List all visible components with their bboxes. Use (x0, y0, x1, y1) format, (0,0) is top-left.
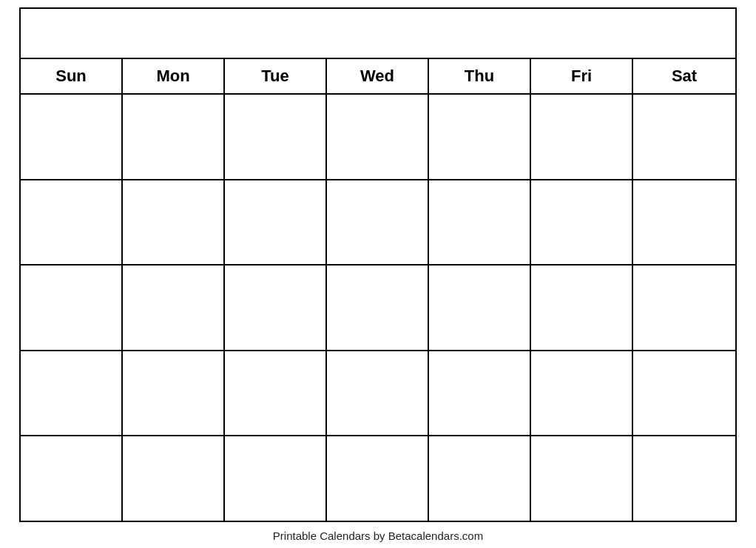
cell-2-4 (327, 180, 429, 265)
cell-3-2 (123, 265, 225, 350)
cell-5-1 (21, 436, 123, 521)
calendar-body (21, 95, 735, 521)
cell-1-5 (429, 95, 531, 179)
cell-4-5 (429, 351, 531, 436)
header-mon: Mon (123, 59, 225, 93)
calendar-container: Sun Mon Tue Wed Thu Fri Sat (19, 7, 737, 522)
header-wed: Wed (327, 59, 429, 93)
cell-1-3 (225, 95, 327, 179)
cell-3-6 (531, 265, 633, 350)
cell-2-3 (225, 180, 327, 265)
cell-5-6 (531, 436, 633, 521)
cell-2-1 (21, 180, 123, 265)
calendar-title (21, 9, 735, 59)
calendar-header: Sun Mon Tue Wed Thu Fri Sat (21, 59, 735, 95)
cell-4-3 (225, 351, 327, 436)
cell-2-5 (429, 180, 531, 265)
cell-2-2 (123, 180, 225, 265)
cell-4-7 (633, 351, 735, 436)
cell-2-6 (531, 180, 633, 265)
cell-1-1 (21, 95, 123, 179)
cell-3-3 (225, 265, 327, 350)
cell-5-7 (633, 436, 735, 521)
calendar-row-2 (21, 180, 735, 266)
cell-4-1 (21, 351, 123, 436)
header-tue: Tue (225, 59, 327, 93)
cell-4-6 (531, 351, 633, 436)
calendar-row-4 (21, 351, 735, 437)
cell-5-4 (327, 436, 429, 521)
calendar-row-3 (21, 265, 735, 351)
cell-3-5 (429, 265, 531, 350)
calendar-row-5 (21, 436, 735, 521)
cell-3-1 (21, 265, 123, 350)
cell-4-4 (327, 351, 429, 436)
cell-1-2 (123, 95, 225, 179)
page-wrapper: Sun Mon Tue Wed Thu Fri Sat (0, 0, 756, 548)
cell-5-2 (123, 436, 225, 521)
header-sat: Sat (633, 59, 735, 93)
calendar-row-1 (21, 95, 735, 180)
header-thu: Thu (429, 59, 531, 93)
cell-3-4 (327, 265, 429, 350)
cell-1-4 (327, 95, 429, 179)
cell-4-2 (123, 351, 225, 436)
footer-text: Printable Calendars by Betacalendars.com (273, 527, 483, 542)
cell-1-7 (633, 95, 735, 179)
header-sun: Sun (21, 59, 123, 93)
cell-3-7 (633, 265, 735, 350)
cell-5-3 (225, 436, 327, 521)
cell-1-6 (531, 95, 633, 179)
cell-5-5 (429, 436, 531, 521)
cell-2-7 (633, 180, 735, 265)
header-fri: Fri (531, 59, 633, 93)
